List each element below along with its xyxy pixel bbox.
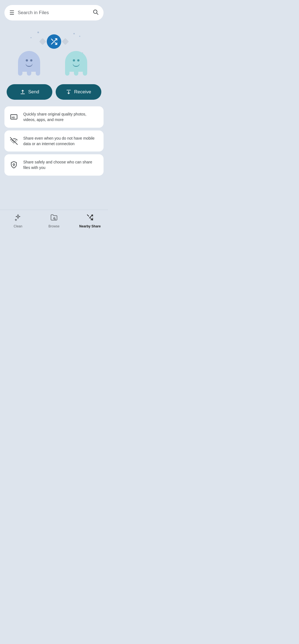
feature-list: HD Quickly share original quality photos… bbox=[4, 106, 104, 176]
nav-label-nearby-share: Nearby Share bbox=[79, 224, 100, 228]
svg-line-14 bbox=[87, 215, 89, 216]
folder-search-icon bbox=[50, 214, 58, 223]
menu-icon[interactable]: ☰ bbox=[9, 10, 14, 16]
receive-label: Receive bbox=[74, 89, 91, 95]
bottom-nav: Clean Browse Nearby Share bbox=[0, 210, 108, 234]
nav-label-clean: Clean bbox=[14, 224, 22, 228]
shield-icon bbox=[9, 160, 19, 170]
nav-item-nearby-share[interactable]: Nearby Share bbox=[79, 214, 101, 228]
ghost-right bbox=[65, 51, 90, 76]
receive-button[interactable]: Receive bbox=[56, 84, 101, 100]
sparkle-icon bbox=[14, 214, 22, 223]
svg-text:HD: HD bbox=[12, 116, 15, 119]
hd-icon: HD bbox=[9, 112, 19, 122]
hero-illustration bbox=[0, 20, 108, 81]
svg-line-11 bbox=[55, 219, 55, 220]
nav-item-clean[interactable]: Clean bbox=[7, 214, 29, 228]
wifi-off-icon bbox=[9, 136, 19, 146]
feature-text-offline: Share even when you do not have mobile d… bbox=[23, 135, 99, 147]
share-center-icon bbox=[40, 34, 68, 49]
svg-line-1 bbox=[97, 13, 98, 14]
nearby-share-icon bbox=[86, 214, 94, 223]
feature-text-secure: Share safely and choose who can share fi… bbox=[23, 159, 99, 171]
action-buttons: Send Receive bbox=[7, 84, 101, 100]
feature-card-hd: HD Quickly share original quality photos… bbox=[4, 106, 104, 128]
search-icon[interactable] bbox=[92, 9, 99, 17]
nav-label-browse: Browse bbox=[48, 224, 60, 228]
ghost-left bbox=[18, 51, 43, 76]
nav-item-browse[interactable]: Browse bbox=[43, 214, 65, 228]
svg-line-12 bbox=[89, 215, 93, 218]
search-bar[interactable]: ☰ Search in Files bbox=[4, 5, 104, 20]
feature-card-offline: Share even when you do not have mobile d… bbox=[4, 130, 104, 152]
feature-text-hd: Quickly share original quality photos, v… bbox=[23, 111, 99, 123]
send-label: Send bbox=[28, 89, 39, 95]
feature-card-secure: Share safely and choose who can share fi… bbox=[4, 154, 104, 176]
send-button[interactable]: Send bbox=[7, 84, 52, 100]
search-input[interactable]: Search in Files bbox=[18, 10, 89, 16]
